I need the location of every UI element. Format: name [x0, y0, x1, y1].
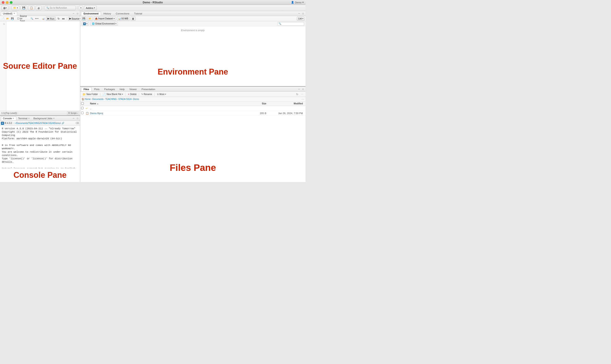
source-button[interactable]: ▶ Source ▾	[68, 17, 82, 21]
breadcrumb-home[interactable]: Home	[85, 98, 91, 100]
save-script-button[interactable]: 💾	[10, 17, 14, 20]
find-button[interactable]: 🔍	[30, 17, 34, 20]
run-button[interactable]: ▶ Run	[46, 17, 56, 21]
r-env-icon: R	[83, 23, 86, 25]
env-tab-history[interactable]: History	[101, 12, 113, 15]
select-all-checkbox[interactable]	[81, 102, 84, 105]
source-minimize-button[interactable]: ─	[72, 12, 75, 15]
save-history-button[interactable]: 💾	[81, 17, 86, 21]
table-row[interactable]: 📋 Demo.Rproj 205 B Jan 26, 2024, 7:59 PM	[80, 111, 306, 116]
re-run-button[interactable]: ↻	[57, 17, 60, 20]
breadcrumb-documents[interactable]: Documents	[92, 98, 104, 100]
files-tab-viewer[interactable]: Viewer	[127, 87, 139, 91]
open-script-button[interactable]: 📂	[6, 17, 10, 20]
console-tab-close-icon[interactable]: ✕	[13, 117, 14, 119]
clear-console-button[interactable]: 🗑	[131, 17, 136, 21]
files-size-header[interactable]: Size	[251, 102, 269, 105]
files-more-button[interactable]: ⋯	[300, 93, 304, 96]
open-file-icon: 📁	[13, 6, 16, 9]
clear-console-icon[interactable]: ⌫	[76, 122, 79, 125]
new-folder-button[interactable]: 📁 New Folder	[82, 92, 99, 96]
files-pane-controls: ─ □	[297, 88, 305, 91]
source-maximize-button[interactable]: □	[76, 12, 79, 15]
file-type-selector[interactable]: R Script ▾	[67, 111, 79, 115]
files-tab-presentation[interactable]: Presentation	[139, 87, 158, 91]
new-blank-file-button[interactable]: 📄 New Blank File ▾	[102, 92, 124, 96]
load-history-button[interactable]: 📂	[87, 17, 93, 21]
print-icon: 🖨	[37, 7, 40, 9]
env-pane-content: Environment is empty Environment Pane	[80, 26, 306, 86]
file-check[interactable]	[81, 112, 83, 114]
open-file-button[interactable]: 📁 ▾	[11, 6, 20, 10]
files-tab-packages[interactable]: Packages	[102, 87, 117, 91]
console-tab-background-jobs[interactable]: Background Jobs ✕	[32, 116, 56, 120]
parent-folder-icon: ↩	[85, 107, 90, 110]
import-dataset-button[interactable]: 📥 Import Dataset ▾	[94, 17, 116, 21]
more-dropdown-icon: ▾	[165, 93, 166, 95]
env-search-input[interactable]	[278, 22, 304, 26]
save-all-button[interactable]: 📋	[28, 6, 35, 10]
files-modified-header[interactable]: Modified	[269, 102, 305, 105]
files-list: ↩ .. 📋 Demo.Rproj 205 B Jan 26	[80, 106, 306, 154]
background-jobs-tab-close-icon[interactable]: ✕	[53, 117, 55, 119]
print-button[interactable]: 🖨	[36, 6, 42, 10]
delete-label: Delete	[130, 93, 137, 95]
user-menu[interactable]: 👤 Demo ▾	[291, 1, 304, 4]
go-to-file-button[interactable]: 🔍 Go to file/function	[44, 6, 76, 10]
env-tab-connections[interactable]: Connections	[113, 12, 131, 15]
new-file-icon: ⊕	[3, 6, 6, 10]
files-tab-plots[interactable]: Plots	[92, 87, 102, 91]
list-view-label: List	[298, 17, 302, 20]
console-tab-terminal[interactable]: Terminal ✕	[16, 116, 32, 120]
global-env-selector[interactable]: 🌐 Global Environment ▾	[90, 22, 118, 26]
new-blank-file-dropdown-icon: ▾	[122, 93, 123, 95]
files-tab-files[interactable]: Files	[81, 87, 92, 91]
code-tools-button[interactable]: ✏ ▾	[35, 17, 39, 20]
addins-button[interactable]: Addins ▾	[84, 6, 97, 10]
maximize-button[interactable]	[10, 1, 13, 4]
sync-button[interactable]: ↻	[295, 92, 299, 96]
save-button[interactable]: 💾	[20, 6, 27, 10]
run-prev-button[interactable]: ⏮	[61, 17, 65, 20]
files-minimize-button[interactable]: ─	[297, 88, 301, 91]
source-tab-close-icon[interactable]: ✕	[13, 12, 15, 15]
tutorial-tab-label: Tutorial	[134, 12, 142, 15]
files-tab-help[interactable]: Help	[117, 87, 127, 91]
console-minimize-button[interactable]: ─	[72, 117, 75, 120]
more-button[interactable]: ⚙ More ▾	[156, 93, 167, 96]
code-editor[interactable]	[6, 21, 80, 111]
env-tab-tutorial[interactable]: Tutorial	[132, 12, 144, 15]
console-tab-console[interactable]: Console ✕	[1, 116, 16, 120]
file-check[interactable]	[81, 107, 83, 109]
breadcrumb-demo[interactable]: Demo	[133, 98, 139, 100]
console-toolbar: R R 4.3.0 ~ ~/Documents/TEACHING/STADA S…	[0, 121, 80, 126]
terminal-tab-close-icon[interactable]: ✕	[28, 117, 30, 119]
file-row-checkbox[interactable]	[81, 107, 85, 110]
delete-button[interactable]: ✕ Delete	[127, 93, 138, 96]
source-tab-label: Untitled1	[3, 12, 13, 15]
connections-tab-label: Connections	[116, 12, 129, 15]
breadcrumb-teaching[interactable]: TEACHING	[105, 98, 117, 100]
project-selector[interactable]: ▾	[79, 6, 83, 10]
minimize-button[interactable]	[6, 1, 8, 4]
files-maximize-button[interactable]: □	[302, 88, 305, 91]
file-row-checkbox[interactable]	[81, 112, 85, 115]
close-button[interactable]	[2, 1, 4, 4]
files-tabs: Files Plots Packages Help Viewer	[81, 87, 158, 91]
console-maximize-button[interactable]: □	[76, 117, 79, 120]
new-file-button[interactable]: ⊕ ▾	[1, 6, 8, 10]
compile-button[interactable]: 📊	[41, 17, 45, 20]
breadcrumb-stada[interactable]: STADA SS24	[118, 98, 131, 100]
files-toolbar-sep-3	[139, 93, 139, 96]
rename-button[interactable]: ✎ Rename	[140, 93, 153, 96]
env-minimize-button[interactable]: ─	[297, 12, 301, 15]
new-script-button[interactable]: 📄	[1, 17, 5, 20]
env-maximize-button[interactable]: □	[302, 12, 305, 15]
console-content[interactable]: R version 4.3.0 (2023-04-21) -- "Already…	[0, 126, 80, 168]
r-scope-button[interactable]: R ▾	[82, 22, 89, 26]
env-tab-environment[interactable]: Environment	[81, 12, 101, 15]
list-view-selector[interactable]: List ▾	[297, 17, 305, 21]
source-tab-untitled1[interactable]: Untitled1 ✕	[1, 12, 17, 15]
files-name-header[interactable]: Name ▲	[90, 102, 251, 105]
table-row[interactable]: ↩ ..	[80, 106, 306, 111]
